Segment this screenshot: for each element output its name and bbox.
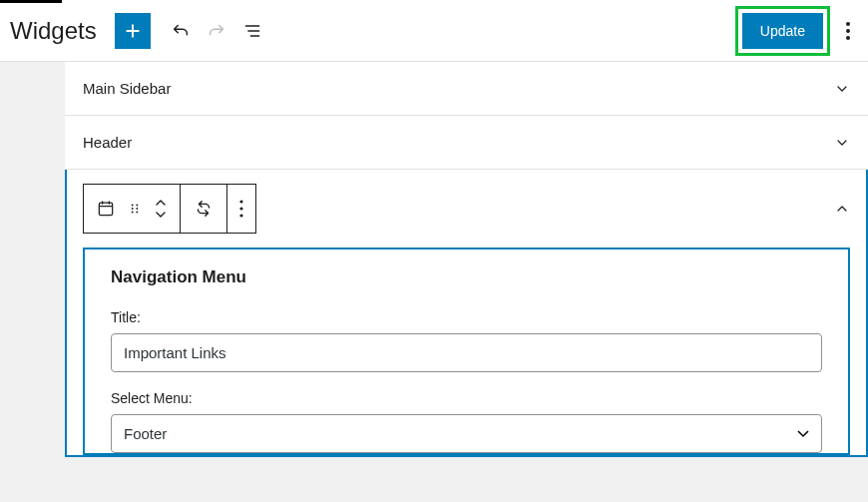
more-options-button[interactable]	[227, 185, 255, 233]
widget-area-header[interactable]: Header	[65, 116, 868, 170]
svg-point-11	[239, 207, 242, 210]
svg-point-5	[136, 205, 138, 207]
svg-point-12	[239, 214, 242, 217]
svg-point-1	[846, 29, 850, 33]
block-toolbar	[83, 184, 256, 234]
navigation-menu-widget: Navigation Menu Title: Select Menu: Foot…	[83, 248, 850, 455]
chevron-up-icon[interactable]	[834, 201, 850, 217]
calendar-icon	[96, 199, 116, 219]
svg-point-7	[136, 208, 138, 210]
admin-bar-fragment	[0, 0, 62, 3]
settings-button[interactable]	[838, 22, 858, 40]
widget-area-expanded: Navigation Menu Title: Select Menu: Foot…	[65, 170, 868, 457]
more-vertical-icon	[239, 200, 243, 218]
svg-rect-3	[99, 203, 112, 216]
title-label: Title:	[111, 309, 822, 325]
select-menu-dropdown[interactable]: Footer	[111, 414, 822, 453]
page-title: Widgets	[10, 17, 97, 45]
undo-button[interactable]	[163, 13, 199, 49]
svg-point-9	[136, 212, 138, 214]
update-button[interactable]: Update	[742, 13, 823, 49]
widget-area-main-sidebar[interactable]: Main Sidebar	[65, 62, 868, 116]
drag-handle-icon	[128, 202, 142, 216]
area-label: Header	[83, 134, 132, 151]
svg-point-2	[846, 36, 850, 40]
select-menu-label: Select Menu:	[111, 390, 822, 406]
svg-point-10	[239, 200, 242, 203]
move-up-down-icon	[154, 197, 168, 221]
list-view-button[interactable]	[234, 13, 270, 49]
chevron-down-icon	[834, 81, 850, 97]
svg-point-6	[132, 208, 134, 210]
block-type-button[interactable]	[84, 185, 181, 233]
update-highlight: Update	[735, 6, 830, 56]
title-input[interactable]	[111, 333, 822, 372]
widget-heading: Navigation Menu	[111, 267, 822, 287]
add-block-button[interactable]	[115, 13, 151, 49]
chevron-down-icon	[834, 135, 850, 151]
svg-point-0	[846, 22, 850, 26]
transform-icon	[193, 198, 215, 220]
transform-button[interactable]	[181, 185, 227, 233]
svg-point-4	[132, 205, 134, 207]
area-label: Main Sidebar	[83, 80, 171, 97]
svg-point-8	[132, 212, 134, 214]
redo-button[interactable]	[199, 13, 234, 49]
